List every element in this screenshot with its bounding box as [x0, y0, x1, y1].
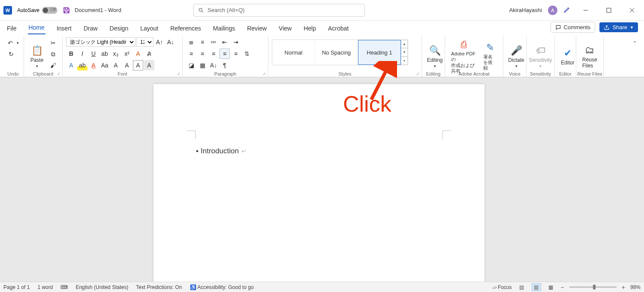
print-layout-button[interactable]: ▥ [532, 283, 541, 291]
char-shading-button[interactable]: A [144, 60, 154, 70]
font-size-select[interactable]: 12 [136, 37, 153, 47]
tab-design[interactable]: Design [109, 25, 129, 34]
distribute-button[interactable]: ≡ [231, 49, 241, 59]
document-area[interactable]: Introduction↵ [0, 77, 644, 282]
align-right-button[interactable]: ≡ [208, 49, 219, 59]
style-no-spacing[interactable]: No Spacing [315, 40, 358, 65]
tab-mailings[interactable]: Mailings [212, 25, 236, 34]
read-mode-button[interactable]: ▤ [517, 283, 527, 291]
heading-text[interactable]: Introduction [201, 147, 239, 155]
editing-button[interactable]: 🔍Editing▾ [425, 36, 444, 77]
user-name[interactable]: AkiraHayashi [509, 7, 542, 13]
tab-insert[interactable]: Insert [56, 25, 72, 34]
avatar[interactable]: A [548, 6, 557, 15]
zoom-in-button[interactable]: + [622, 284, 625, 291]
pen-icon[interactable] [563, 6, 571, 15]
tab-file[interactable]: File [6, 25, 18, 34]
italic-button[interactable]: I [77, 49, 87, 59]
tab-review[interactable]: Review [246, 25, 268, 34]
document-text[interactable]: Introduction↵ [196, 147, 247, 155]
chevron-down-icon[interactable]: ▾ [36, 64, 38, 68]
multilevel-button[interactable]: ≔ [208, 37, 219, 47]
create-pdf-button[interactable]: ⎙Adobe PDF の 作成および共有 [448, 36, 479, 77]
status-words[interactable]: 1 word [37, 284, 53, 290]
toggle-switch-icon[interactable]: Off [42, 7, 57, 14]
align-center-button[interactable]: ≡ [197, 49, 208, 59]
show-marks-button[interactable]: ¶ [220, 60, 230, 70]
status-spellcheck-icon[interactable]: ⌨ [60, 284, 68, 290]
sort-button[interactable]: A↓ [208, 60, 219, 70]
char-shading-a2-button[interactable]: A [122, 60, 132, 70]
font-color-button[interactable]: A [88, 60, 99, 70]
zoom-slider[interactable] [569, 286, 617, 288]
comments-label: Comments [564, 24, 591, 30]
status-page[interactable]: Page 1 of 1 [3, 284, 30, 290]
char-border-button[interactable]: A [133, 60, 143, 70]
cut-button[interactable]: ✂ [48, 38, 58, 48]
align-left-button[interactable]: ≡ [186, 49, 196, 59]
strikethrough-button[interactable]: ab [99, 49, 110, 59]
web-layout-button[interactable]: ▦ [546, 283, 556, 291]
gallery-more-button[interactable]: ▾ [401, 57, 408, 65]
tab-references[interactable]: References [169, 25, 202, 34]
borders-button[interactable]: ▦ [197, 60, 208, 70]
numbering-button[interactable]: ≡ [197, 37, 208, 47]
tab-view[interactable]: View [278, 25, 292, 34]
gallery-up-button[interactable]: ▲ [401, 40, 408, 48]
text-outline-button[interactable]: A [66, 60, 76, 70]
style-heading-1[interactable]: Heading 1 [358, 40, 401, 65]
copy-button[interactable]: ⧉ [48, 49, 58, 59]
underline-button[interactable]: U [88, 49, 99, 59]
maximize-button[interactable] [600, 4, 617, 17]
request-sign-button[interactable]: ✎署名 を依頼 [481, 36, 500, 77]
style-normal[interactable]: Normal [272, 40, 315, 65]
dictate-button[interactable]: 🎤Dictate▾ [507, 36, 526, 77]
paste-button[interactable]: 📋 Paste ▾ [27, 36, 46, 77]
close-button[interactable] [623, 4, 641, 17]
undo-dropdown[interactable]: ▾ [16, 38, 20, 48]
bullets-button[interactable]: ≣ [186, 37, 196, 47]
tab-layout[interactable]: Layout [139, 25, 159, 34]
tab-draw[interactable]: Draw [83, 25, 99, 34]
status-language[interactable]: English (United States) [75, 284, 128, 290]
editor-button[interactable]: ✔Editor [558, 36, 577, 77]
shading-button[interactable]: ◪ [186, 60, 196, 70]
grow-font-button[interactable]: A↑ [154, 37, 165, 47]
justify-button[interactable]: ≡ [220, 49, 230, 59]
char-shading-a1-button[interactable]: A [111, 60, 121, 70]
undo-button[interactable]: ↶ [6, 38, 15, 48]
tab-help[interactable]: Help [303, 25, 317, 34]
change-case-button[interactable]: Aa [99, 60, 110, 70]
comments-button[interactable]: Comments [551, 22, 596, 33]
gallery-down-button[interactable]: ▼ [401, 48, 408, 56]
font-name-select[interactable]: 游ゴシック Light (Headings) [66, 37, 135, 47]
zoom-level[interactable]: 98% [630, 284, 641, 290]
status-accessibility[interactable]: ♿ Accessibility: Good to go [190, 284, 254, 290]
reuse-files-button[interactable]: 🗂Reuse Files [580, 36, 600, 77]
tab-home[interactable]: Home [28, 24, 45, 34]
status-predictions[interactable]: Text Predictions: On [136, 284, 182, 290]
share-button[interactable]: Share ▼ [599, 22, 638, 32]
shrink-font-button[interactable]: A↓ [166, 37, 176, 47]
collapse-ribbon-button[interactable]: ˅ [629, 39, 640, 49]
page[interactable]: Introduction↵ [153, 84, 485, 282]
bold-button[interactable]: B [66, 49, 76, 59]
subscript-button[interactable]: x₂ [111, 49, 121, 59]
autosave-toggle[interactable]: AutoSave Off [17, 7, 57, 14]
clear-format-button[interactable]: A̷ [144, 49, 154, 59]
chevron-down-icon[interactable]: ▼ [630, 25, 634, 30]
line-spacing-button[interactable]: ⇅ [242, 49, 252, 59]
redo-button[interactable]: ↻ [6, 49, 16, 59]
search-input[interactable]: Search (Alt+Q) [193, 4, 365, 17]
superscript-button[interactable]: x² [122, 49, 132, 59]
minimize-button[interactable] [577, 4, 594, 17]
focus-mode-button[interactable]: ▱ Focus [493, 284, 512, 290]
decrease-indent-button[interactable]: ⇤ [220, 37, 230, 47]
zoom-out-button[interactable]: − [561, 284, 564, 291]
increase-indent-button[interactable]: ⇥ [231, 37, 241, 47]
tab-acrobat[interactable]: Acrobat [327, 25, 349, 34]
highlight-button[interactable]: ab [77, 60, 87, 70]
save-icon[interactable] [63, 6, 70, 14]
format-painter-button[interactable]: 🖌 [48, 60, 58, 70]
text-effects-button[interactable]: A [133, 49, 143, 59]
